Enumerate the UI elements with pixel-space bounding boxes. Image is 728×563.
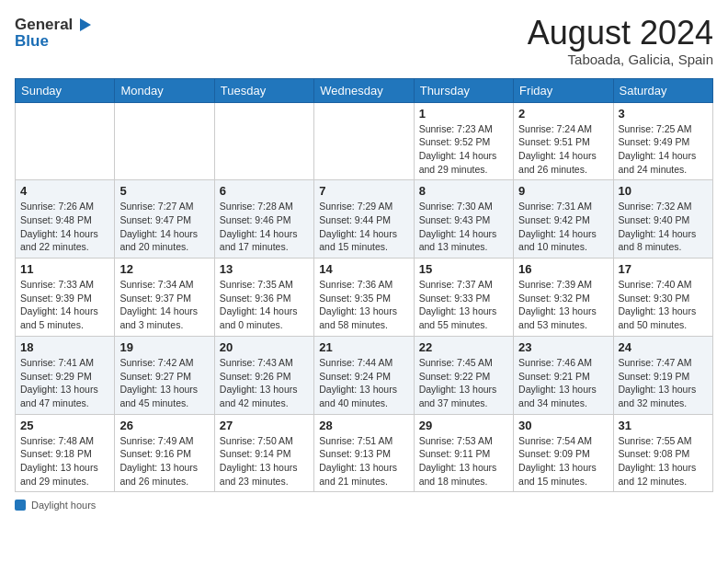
day-number: 11	[20, 262, 109, 276]
day-cell: 28Sunrise: 7:51 AM Sunset: 9:13 PM Dayli…	[314, 414, 414, 492]
col-header-thursday: Thursday	[414, 78, 513, 102]
logo-blue: Blue	[15, 33, 49, 51]
day-cell: 30Sunrise: 7:54 AM Sunset: 9:09 PM Dayli…	[514, 414, 613, 492]
day-number: 9	[518, 184, 608, 198]
col-header-monday: Monday	[115, 78, 214, 102]
day-number: 29	[419, 419, 508, 432]
day-number: 31	[619, 419, 708, 432]
day-cell: 12Sunrise: 7:34 AM Sunset: 9:37 PM Dayli…	[115, 259, 214, 337]
day-info: Sunrise: 7:30 AM Sunset: 9:43 PM Dayligh…	[419, 200, 508, 254]
week-row-2: 4Sunrise: 7:26 AM Sunset: 9:48 PM Daylig…	[16, 180, 713, 259]
calendar-subtitle: Taboada, Galicia, Spain	[528, 52, 713, 67]
day-cell: 26Sunrise: 7:49 AM Sunset: 9:16 PM Dayli…	[115, 414, 214, 492]
day-number: 13	[220, 262, 309, 276]
day-info: Sunrise: 7:37 AM Sunset: 9:33 PM Dayligh…	[419, 278, 508, 332]
day-number: 20	[220, 340, 309, 354]
day-info: Sunrise: 7:53 AM Sunset: 9:11 PM Dayligh…	[419, 434, 508, 488]
day-number: 19	[119, 340, 209, 354]
day-info: Sunrise: 7:29 AM Sunset: 9:44 PM Dayligh…	[319, 200, 408, 254]
day-cell: 21Sunrise: 7:44 AM Sunset: 9:24 PM Dayli…	[314, 336, 414, 414]
week-row-5: 25Sunrise: 7:48 AM Sunset: 9:18 PM Dayli…	[16, 414, 713, 492]
day-number: 17	[619, 262, 708, 276]
day-cell: 22Sunrise: 7:45 AM Sunset: 9:22 PM Dayli…	[414, 336, 513, 414]
day-number: 1	[419, 107, 508, 121]
day-number: 27	[220, 419, 309, 432]
day-info: Sunrise: 7:47 AM Sunset: 9:19 PM Dayligh…	[619, 356, 708, 410]
footer-label: Daylight hours	[31, 500, 96, 511]
day-info: Sunrise: 7:31 AM Sunset: 9:42 PM Dayligh…	[518, 200, 608, 254]
calendar-title: August 2024	[528, 15, 713, 52]
day-cell: 15Sunrise: 7:37 AM Sunset: 9:33 PM Dayli…	[414, 259, 513, 337]
calendar-table: SundayMondayTuesdayWednesdayThursdayFrid…	[15, 78, 713, 493]
day-number: 3	[619, 107, 708, 121]
day-cell	[314, 102, 414, 180]
day-info: Sunrise: 7:48 AM Sunset: 9:18 PM Dayligh…	[20, 434, 109, 488]
day-info: Sunrise: 7:49 AM Sunset: 9:16 PM Dayligh…	[119, 434, 209, 488]
day-number: 26	[119, 419, 209, 432]
day-number: 6	[220, 184, 309, 198]
day-info: Sunrise: 7:34 AM Sunset: 9:37 PM Dayligh…	[119, 278, 209, 332]
day-info: Sunrise: 7:44 AM Sunset: 9:24 PM Dayligh…	[319, 356, 408, 410]
day-cell: 1Sunrise: 7:23 AM Sunset: 9:52 PM Daylig…	[414, 102, 513, 180]
svg-marker-0	[80, 18, 91, 31]
day-cell: 11Sunrise: 7:33 AM Sunset: 9:39 PM Dayli…	[16, 259, 115, 337]
day-number: 5	[119, 184, 209, 198]
day-number: 7	[319, 184, 408, 198]
day-info: Sunrise: 7:50 AM Sunset: 9:14 PM Dayligh…	[220, 434, 309, 488]
day-cell	[214, 102, 313, 180]
day-cell: 20Sunrise: 7:43 AM Sunset: 9:26 PM Dayli…	[214, 336, 313, 414]
day-info: Sunrise: 7:32 AM Sunset: 9:40 PM Dayligh…	[619, 200, 708, 254]
footer: Daylight hours	[15, 500, 713, 511]
day-cell: 9Sunrise: 7:31 AM Sunset: 9:42 PM Daylig…	[514, 180, 613, 259]
day-cell: 24Sunrise: 7:47 AM Sunset: 9:19 PM Dayli…	[613, 336, 712, 414]
week-row-1: 1Sunrise: 7:23 AM Sunset: 9:52 PM Daylig…	[16, 102, 713, 180]
header-row: SundayMondayTuesdayWednesdayThursdayFrid…	[16, 78, 713, 102]
day-number: 28	[319, 419, 408, 432]
logo-arrow-icon	[73, 15, 93, 35]
day-number: 25	[20, 419, 109, 432]
day-info: Sunrise: 7:45 AM Sunset: 9:22 PM Dayligh…	[419, 356, 508, 410]
day-number: 23	[518, 340, 608, 354]
col-header-saturday: Saturday	[613, 78, 712, 102]
logo: General Blue	[15, 15, 93, 51]
day-number: 8	[419, 184, 508, 198]
day-cell	[16, 102, 115, 180]
day-cell	[115, 102, 214, 180]
day-number: 4	[20, 184, 109, 198]
day-number: 22	[419, 340, 508, 354]
day-info: Sunrise: 7:51 AM Sunset: 9:13 PM Dayligh…	[319, 434, 408, 488]
col-header-wednesday: Wednesday	[314, 78, 414, 102]
day-cell: 14Sunrise: 7:36 AM Sunset: 9:35 PM Dayli…	[314, 259, 414, 337]
day-cell: 2Sunrise: 7:24 AM Sunset: 9:51 PM Daylig…	[514, 102, 613, 180]
day-number: 14	[319, 262, 408, 276]
day-info: Sunrise: 7:46 AM Sunset: 9:21 PM Dayligh…	[518, 356, 608, 410]
day-cell: 7Sunrise: 7:29 AM Sunset: 9:44 PM Daylig…	[314, 180, 414, 259]
day-number: 10	[619, 184, 708, 198]
day-cell: 17Sunrise: 7:40 AM Sunset: 9:30 PM Dayli…	[613, 259, 712, 337]
day-cell: 29Sunrise: 7:53 AM Sunset: 9:11 PM Dayli…	[414, 414, 513, 492]
day-info: Sunrise: 7:36 AM Sunset: 9:35 PM Dayligh…	[319, 278, 408, 332]
day-number: 15	[419, 262, 508, 276]
day-info: Sunrise: 7:23 AM Sunset: 9:52 PM Dayligh…	[419, 122, 508, 177]
day-info: Sunrise: 7:42 AM Sunset: 9:27 PM Dayligh…	[119, 356, 209, 410]
page-header: General Blue August 2024 Taboada, Galici…	[15, 15, 713, 67]
day-info: Sunrise: 7:55 AM Sunset: 9:08 PM Dayligh…	[619, 434, 708, 488]
day-cell: 5Sunrise: 7:27 AM Sunset: 9:47 PM Daylig…	[115, 180, 214, 259]
title-block: August 2024 Taboada, Galicia, Spain	[528, 15, 713, 67]
day-cell: 4Sunrise: 7:26 AM Sunset: 9:48 PM Daylig…	[16, 180, 115, 259]
day-info: Sunrise: 7:27 AM Sunset: 9:47 PM Dayligh…	[119, 200, 209, 254]
col-header-sunday: Sunday	[16, 78, 115, 102]
day-number: 16	[518, 262, 608, 276]
day-info: Sunrise: 7:54 AM Sunset: 9:09 PM Dayligh…	[518, 434, 608, 488]
day-info: Sunrise: 7:33 AM Sunset: 9:39 PM Dayligh…	[20, 278, 109, 332]
day-cell: 3Sunrise: 7:25 AM Sunset: 9:49 PM Daylig…	[613, 102, 712, 180]
day-info: Sunrise: 7:26 AM Sunset: 9:48 PM Dayligh…	[20, 200, 109, 254]
week-row-4: 18Sunrise: 7:41 AM Sunset: 9:29 PM Dayli…	[16, 336, 713, 414]
col-header-tuesday: Tuesday	[214, 78, 313, 102]
day-cell: 19Sunrise: 7:42 AM Sunset: 9:27 PM Dayli…	[115, 336, 214, 414]
day-info: Sunrise: 7:43 AM Sunset: 9:26 PM Dayligh…	[220, 356, 309, 410]
day-info: Sunrise: 7:25 AM Sunset: 9:49 PM Dayligh…	[619, 122, 708, 177]
logo-general: General	[15, 17, 73, 34]
day-cell: 8Sunrise: 7:30 AM Sunset: 9:43 PM Daylig…	[414, 180, 513, 259]
day-info: Sunrise: 7:28 AM Sunset: 9:46 PM Dayligh…	[220, 200, 309, 254]
